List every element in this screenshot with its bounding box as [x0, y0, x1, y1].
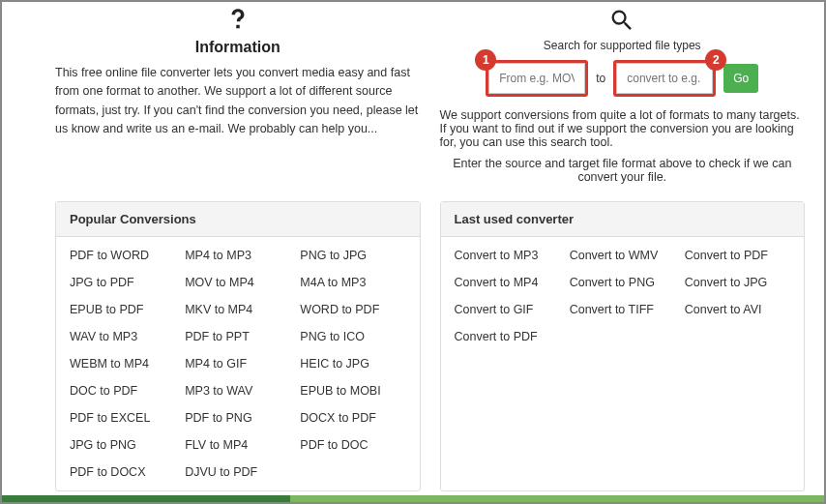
popular-link[interactable]: MP4 to MP3 — [185, 249, 290, 262]
popular-link[interactable]: DJVU to PDF — [185, 465, 290, 479]
question-icon — [224, 7, 251, 37]
popular-panel: Popular Conversions PDF to WORDMP4 to MP… — [55, 201, 421, 491]
last-link[interactable]: Convert to PDF — [685, 249, 790, 262]
last-link[interactable]: Convert to AVI — [685, 303, 790, 316]
popular-link[interactable]: M4A to MP3 — [300, 276, 405, 289]
search-desc-1: We support conversions from quite a lot … — [440, 108, 806, 149]
popular-link[interactable]: WORD to PDF — [300, 303, 405, 316]
popular-link[interactable]: JPG to PNG — [70, 438, 175, 452]
popular-link[interactable]: WEBM to MP4 — [70, 357, 175, 371]
footer-bar — [2, 495, 824, 502]
last-panel: Last used converter Convert to MP3Conver… — [440, 201, 806, 491]
info-title: Information — [55, 39, 421, 56]
popular-link[interactable]: DOCX to PDF — [300, 411, 405, 425]
popular-link[interactable]: DOC to PDF — [70, 384, 175, 398]
go-button[interactable]: Go — [723, 64, 758, 93]
last-link[interactable]: Convert to PNG — [570, 276, 675, 289]
search-icon — [608, 7, 635, 37]
popular-link[interactable]: MOV to MP4 — [185, 276, 290, 289]
popular-link[interactable]: MKV to MP4 — [185, 303, 290, 316]
search-desc-2: Enter the source and target file format … — [440, 157, 806, 184]
info-header: Information — [55, 7, 421, 56]
to-input-highlight: 2 — [613, 60, 716, 97]
popular-link[interactable]: PDF to PNG — [185, 411, 290, 425]
search-row: 1 to 2 Go — [440, 60, 806, 97]
popular-link[interactable]: MP4 to GIF — [185, 357, 290, 371]
popular-link[interactable]: PDF to DOC — [300, 438, 405, 452]
popular-link[interactable]: PDF to DOCX — [70, 465, 175, 479]
popular-link[interactable]: PDF to PPT — [185, 330, 290, 343]
popular-link[interactable]: EPUB to MOBI — [300, 384, 405, 398]
from-input-highlight: 1 — [486, 60, 588, 97]
popular-link[interactable]: JPG to PDF — [70, 276, 175, 289]
last-link[interactable]: Convert to PDF — [455, 330, 560, 343]
last-link[interactable]: Convert to GIF — [455, 303, 560, 316]
popular-title: Popular Conversions — [56, 202, 420, 237]
last-link[interactable]: Convert to TIFF — [570, 303, 675, 316]
last-link[interactable]: Convert to JPG — [685, 276, 790, 289]
search-header: Search for supported file types — [440, 7, 806, 52]
popular-link[interactable]: FLV to MP4 — [185, 438, 290, 452]
popular-link[interactable]: PNG to ICO — [300, 330, 405, 343]
from-input[interactable] — [488, 63, 585, 94]
to-input[interactable] — [616, 63, 713, 94]
popular-link[interactable]: WAV to MP3 — [70, 330, 175, 343]
popular-link[interactable]: PDF to EXCEL — [70, 411, 175, 425]
popular-link[interactable]: PNG to JPG — [300, 249, 405, 262]
last-link[interactable]: Convert to WMV — [570, 249, 675, 262]
info-desc: This free online file converter lets you… — [55, 64, 421, 139]
last-title: Last used converter — [441, 202, 805, 237]
popular-link[interactable]: EPUB to PDF — [70, 303, 175, 316]
popular-grid: PDF to WORDMP4 to MP3PNG to JPGJPG to PD… — [70, 249, 406, 479]
popular-link[interactable]: PDF to WORD — [70, 249, 175, 262]
popular-link[interactable]: MP3 to WAV — [185, 384, 290, 398]
last-link[interactable]: Convert to MP3 — [455, 249, 560, 262]
last-link[interactable]: Convert to MP4 — [455, 276, 560, 289]
search-title: Search for supported file types — [440, 39, 806, 52]
to-label: to — [596, 72, 605, 85]
popular-link[interactable]: HEIC to JPG — [300, 357, 405, 371]
last-grid: Convert to MP3Convert to WMVConvert to P… — [455, 249, 791, 343]
